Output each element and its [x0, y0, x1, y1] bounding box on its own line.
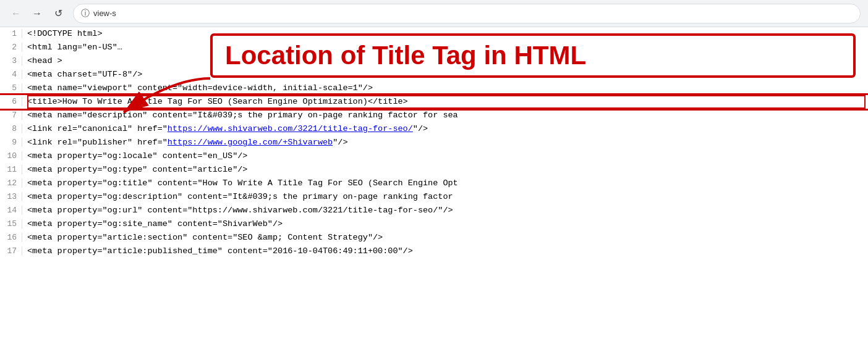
line-number-14: 14: [0, 206, 22, 215]
line-number-9: 9: [0, 138, 22, 147]
line-number-4: 4: [0, 70, 22, 79]
info-icon: ⓘ: [81, 8, 90, 19]
code-line-11: 11<meta property="og:type" content="arti…: [0, 163, 868, 177]
code-line-6: 6<title>How To Write A Title Tag For SEO…: [0, 95, 868, 109]
line-number-5: 5: [0, 83, 22, 93]
line-content-5: <meta name="viewport" content="width=dev…: [27, 82, 373, 95]
line-number-7: 7: [0, 111, 22, 120]
line-number-2: 2: [0, 43, 22, 52]
line-number-8: 8: [0, 124, 22, 133]
code-line-8: 8<link rel="canonical" href="https://www…: [0, 122, 868, 136]
back-button[interactable]: ←: [7, 5, 25, 22]
line-content-11: <meta property="og:type" content="articl…: [27, 163, 247, 177]
line-number-16: 16: [0, 233, 22, 242]
line-number-1: 1: [0, 29, 22, 38]
line-content-9: <link rel="publisher" href="https://www.…: [27, 136, 348, 149]
code-line-9: 9<link rel="publisher" href="https://www…: [0, 136, 868, 149]
code-line-5: 5<meta name="viewport" content="width=de…: [0, 82, 868, 95]
address-text: view-s: [93, 9, 116, 18]
code-view: 1<!DOCTYPE html>2<html lang="en-US"…3<he…: [0, 27, 868, 352]
line-content-14: <meta property="og:url" content="https:/…: [27, 204, 453, 217]
code-line-12: 12<meta property="og:title" content="How…: [0, 177, 868, 190]
line-content-15: <meta property="og:site_name" content="S…: [27, 217, 283, 231]
browser-toolbar: ← → ↺ ⓘ view-s: [0, 0, 868, 27]
line-number-11: 11: [0, 165, 22, 174]
code-line-7: 7<meta name="description" content="It&#0…: [0, 109, 868, 122]
annotation-box: Location of Title Tag in HTML: [210, 33, 856, 78]
code-link[interactable]: https://www.google.com/+Shivarweb: [168, 138, 333, 147]
line-content-12: <meta property="og:title" content="How T…: [27, 177, 458, 190]
line-content-7: <meta name="description" content="It&#03…: [27, 109, 458, 122]
code-line-16: 16<meta property="article:section" conte…: [0, 231, 868, 245]
line-content-16: <meta property="article:section" content…: [27, 231, 383, 245]
code-line-13: 13<meta property="og:description" conten…: [0, 190, 868, 204]
line-number-10: 10: [0, 151, 22, 161]
code-line-15: 15<meta property="og:site_name" content=…: [0, 217, 868, 231]
line-content-2: <html lang="en-US"…: [27, 41, 122, 54]
reload-button[interactable]: ↺: [49, 5, 67, 22]
code-line-10: 10<meta property="og:locale" content="en…: [0, 149, 868, 163]
line-content-3: <head >: [27, 54, 62, 68]
line-number-6: 6: [0, 97, 22, 106]
line-number-15: 15: [0, 219, 22, 228]
line-content-17: <meta property="article:published_time" …: [27, 245, 413, 258]
line-number-13: 13: [0, 192, 22, 201]
nav-buttons: ← → ↺: [7, 5, 67, 22]
forward-button[interactable]: →: [28, 5, 46, 22]
line-content-8: <link rel="canonical" href="https://www.…: [27, 122, 428, 136]
line-content-1: <!DOCTYPE html>: [27, 27, 103, 41]
code-link[interactable]: https://www.shivarweb.com/3221/title-tag…: [168, 124, 413, 133]
line-content-13: <meta property="og:description" content=…: [27, 190, 453, 204]
line-content-4: <meta charset="UTF-8"/>: [27, 68, 142, 82]
line-content-10: <meta property="og:locale" content="en_U…: [27, 149, 247, 163]
line-number-3: 3: [0, 56, 22, 65]
annotation-title: Location of Title Tag in HTML: [225, 41, 586, 70]
line-content-6: <title>How To Write A Title Tag For SEO …: [27, 95, 408, 109]
code-line-14: 14<meta property="og:url" content="https…: [0, 204, 868, 217]
address-bar[interactable]: ⓘ view-s: [73, 4, 861, 23]
line-number-17: 17: [0, 246, 22, 256]
code-line-17: 17<meta property="article:published_time…: [0, 245, 868, 258]
line-number-12: 12: [0, 178, 22, 188]
